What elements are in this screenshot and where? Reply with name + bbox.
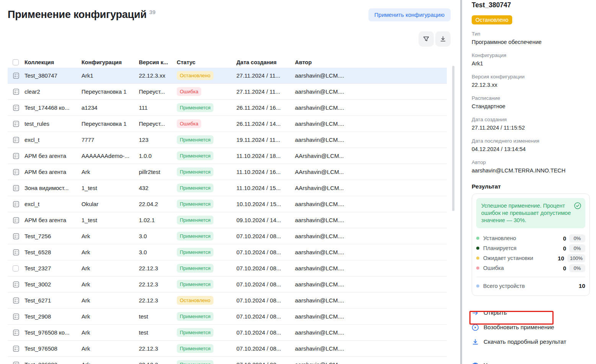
table-body: Test_380747 Ark1 22.12.3.xx Остановлено … [8, 68, 447, 364]
field-label: Дата последнего изменения [472, 138, 590, 144]
filter-icon [423, 36, 430, 42]
collection-icon [13, 345, 20, 352]
table-row[interactable]: Test_3002 Ark 22.12.3 Применяется 07.10.… [8, 276, 447, 292]
status-badge: Применяется [177, 264, 213, 273]
export-button[interactable] [435, 31, 451, 47]
configuration-cell: Ark [81, 361, 139, 364]
action-download-result[interactable]: Скачать подробный результат [472, 338, 590, 346]
table-row[interactable]: Test_976508 Ark 22.12.3 Применяется 07.1… [8, 341, 447, 357]
author-cell: aarshavin@LCM.... [295, 136, 347, 143]
field-label: Автор [472, 159, 590, 166]
date-cell: 27.11.2024 / 11... [236, 88, 295, 95]
column-header-date[interactable]: Дата создания [236, 59, 295, 65]
author-cell: aarshavin@LCM.... [295, 281, 347, 288]
stat-percent: 100% [567, 254, 585, 262]
author-cell: aarshavin@LCM.... [295, 72, 347, 79]
collection-icon [13, 233, 20, 240]
version-cell: 22.12.3 [139, 265, 177, 271]
collection-icon [13, 104, 20, 111]
collection-cell: Test_2327 [24, 265, 81, 271]
table-row[interactable]: АРМ без агента 1_test 1.02.1 Применяется… [8, 212, 447, 228]
author-cell: aarshavin@LCM.... [295, 345, 347, 352]
status-badge: Применяется [177, 232, 213, 240]
table-row[interactable]: Test_6528 Ark 3.0 Применяется 07.10.2024… [8, 244, 447, 260]
table-row[interactable]: excl_t 7777 123 Применяется 19.11.2024 /… [8, 132, 447, 148]
author-cell: aarshavin@LCM.... [295, 361, 347, 364]
column-header-configuration[interactable]: Конфигурация [81, 59, 139, 65]
version-cell: 111 [139, 104, 177, 111]
configuration-cell: Ark [81, 345, 139, 352]
table-row[interactable]: test_rules Переустановка 1 Переуст... Ош… [8, 116, 447, 132]
table-row[interactable]: Test_380747 Ark1 22.12.3.xx Остановлено … [8, 68, 447, 84]
column-header-author[interactable]: Автор [295, 59, 347, 65]
stat-row: Планируется 0 0% [476, 243, 585, 253]
configuration-cell: 1_test [81, 185, 139, 191]
panel-field: Конфигурация Ark1 [472, 52, 590, 67]
stat-dot [476, 266, 479, 270]
apply-configuration-button[interactable]: Применить конфигурацию [368, 8, 451, 21]
action-open[interactable]: Открыть [472, 309, 590, 317]
result-alert-text: Успешное применение. Процент ошибок не п… [481, 203, 571, 223]
table-header: Коллекция Конфигурация Версия к... Стату… [8, 57, 447, 68]
table-row[interactable]: Test_7256 Ark 3.0 Применяется 07.10.2024… [8, 228, 447, 244]
table-row[interactable]: clear2 Переустановка 1 Переуст... Ошибка… [8, 84, 447, 100]
select-all-checkbox[interactable] [13, 59, 19, 65]
total-dot [476, 284, 479, 288]
configuration-cell: 1_test [81, 217, 139, 223]
result-stats: Установлено 0 0% Планируется 0 0% Ожидае… [476, 233, 585, 273]
table-row[interactable]: Зона видимост... 1_test 432 Применяется … [8, 180, 447, 196]
table-scrollbar[interactable] [452, 66, 454, 211]
collection-icon [13, 72, 20, 79]
panel-field: Автор aarshavin@LCM.TERRA.INNO.TECH [472, 159, 590, 174]
table-row[interactable]: Test_976508 ко... Ark test Применяется 0… [8, 325, 447, 341]
table-row[interactable]: Test_336983 Ark 22.12.3 Применяется 07.1… [8, 357, 447, 364]
trash-icon [472, 362, 479, 364]
version-cell: 3.0 [139, 233, 177, 239]
configuration-cell: Ark [81, 169, 139, 175]
table-row[interactable]: Test_2327 Ark 22.12.3 Применяется 07.10.… [8, 260, 447, 276]
author-cell: aarshavin@LCM.... [295, 265, 347, 271]
table-row[interactable]: Test_2908 Ark test Применяется 07.10.202… [8, 309, 447, 325]
configuration-cell: Ark [81, 297, 139, 304]
field-value: Ark1 [472, 60, 590, 67]
collection-icon [13, 169, 20, 176]
row-checkbox[interactable] [13, 265, 19, 271]
column-header-status[interactable]: Статус [177, 59, 236, 65]
version-cell: test [139, 329, 177, 336]
configurations-table: Коллекция Конфигурация Версия к... Стату… [8, 57, 447, 364]
author-cell: aarshavin@LCM.... [295, 329, 347, 336]
action-delete[interactable]: Удалить [472, 361, 590, 364]
action-resume[interactable]: Возобновить применение [472, 323, 590, 331]
stat-row: Ошибка 0 0% [476, 263, 585, 273]
stat-percent: 0% [569, 244, 585, 252]
configuration-cell: 7777 [81, 136, 139, 143]
date-cell: 07.10.2024 / 08... [236, 345, 295, 352]
collection-cell: АРМ без агента [24, 217, 81, 223]
details-panel: Test_380747 Остановлено Тип Программное … [462, 0, 596, 364]
page-count: 39 [149, 9, 156, 15]
check-circle-icon [574, 202, 581, 211]
panel-fields: Тип Программное обеспечение Конфигурация… [472, 31, 590, 174]
collection-cell: Test_6528 [24, 249, 81, 255]
table-row[interactable]: АРМ без агента AAAAAAAdemo-... 1.0.0 При… [8, 148, 447, 164]
version-cell: Переуст... [139, 120, 177, 127]
collection-cell: Test_976508 [24, 345, 81, 352]
table-row[interactable]: Test_6271 Ark 22.12.3 Остановлено 07.10.… [8, 292, 447, 309]
panel-title: Test_380747 [472, 1, 590, 9]
configuration-cell: Ark [81, 249, 139, 255]
field-value: 04.12.2024 / 13:14:54 [472, 146, 590, 153]
table-row[interactable]: Test_174468 ко... a1234 111 Применяется … [8, 100, 447, 116]
version-cell: 123 [139, 136, 177, 143]
result-card: Успешное применение. Процент ошибок не п… [472, 193, 590, 296]
author-cell: aarshavin@LCM.... [295, 104, 347, 111]
column-header-collection[interactable]: Коллекция [24, 59, 81, 65]
field-label: Тип [472, 31, 590, 37]
filter-button[interactable] [419, 31, 434, 47]
action-download-result-label: Скачать подробный результат [484, 338, 566, 345]
configuration-cell: Переустановка 1 [81, 120, 139, 127]
column-header-version[interactable]: Версия к... [139, 59, 177, 65]
table-row[interactable]: excl_t Okular 22.04.2 Применяется 10.10.… [8, 196, 447, 212]
stat-label: Планируется [483, 245, 516, 251]
table-row[interactable]: АРМ без агента Ark pillr2test Применяетс… [8, 164, 447, 180]
stat-label: Ожидает установки [483, 255, 533, 261]
